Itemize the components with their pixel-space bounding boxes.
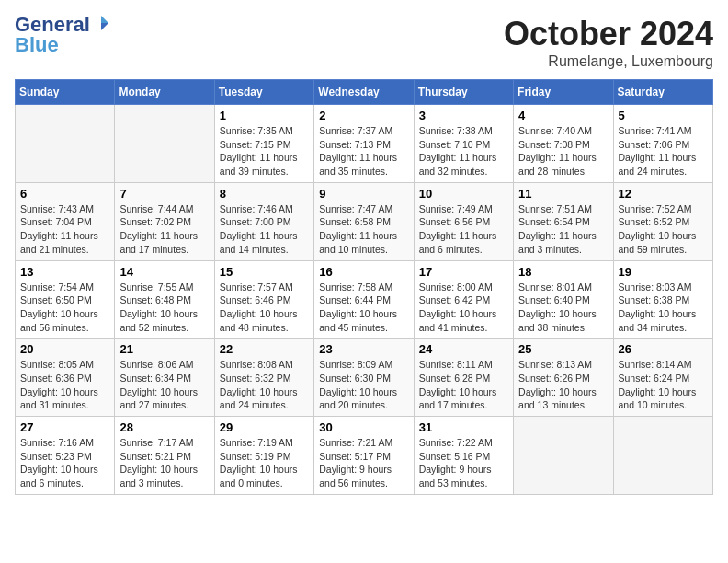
calendar-cell: 28Sunrise: 7:17 AMSunset: 5:21 PMDayligh… (115, 417, 214, 495)
day-info: Sunrise: 7:16 AMSunset: 5:23 PMDaylight:… (20, 436, 109, 490)
day-number: 7 (119, 187, 209, 201)
calendar-cell: 24Sunrise: 8:11 AMSunset: 6:28 PMDayligh… (414, 339, 513, 417)
week-row-2: 6Sunrise: 7:43 AMSunset: 7:04 PMDaylight… (16, 182, 713, 260)
column-header-wednesday: Wednesday (314, 80, 414, 105)
day-number: 20 (20, 342, 109, 356)
calendar-cell: 20Sunrise: 8:05 AMSunset: 6:36 PMDayligh… (16, 339, 115, 417)
calendar-cell (514, 417, 613, 495)
logo: General Blue (15, 15, 110, 55)
calendar-cell: 6Sunrise: 7:43 AMSunset: 7:04 PMDaylight… (16, 182, 115, 260)
day-number: 2 (319, 109, 408, 122)
day-info: Sunrise: 7:46 AMSunset: 7:00 PMDaylight:… (220, 202, 309, 257)
calendar-cell: 5Sunrise: 7:41 AMSunset: 7:06 PMDaylight… (613, 105, 712, 183)
day-number: 5 (619, 109, 708, 122)
day-info: Sunrise: 7:21 AMSunset: 5:17 PMDaylight:… (319, 436, 408, 490)
day-info: Sunrise: 8:14 AMSunset: 6:24 PMDaylight:… (619, 358, 708, 412)
day-number: 25 (518, 342, 608, 356)
day-number: 6 (20, 187, 109, 201)
day-info: Sunrise: 7:17 AMSunset: 5:21 PMDaylight:… (119, 436, 209, 490)
calendar-cell: 25Sunrise: 8:13 AMSunset: 6:26 PMDayligh… (514, 339, 613, 417)
day-number: 31 (419, 420, 508, 434)
day-info: Sunrise: 8:08 AMSunset: 6:32 PMDaylight:… (220, 358, 309, 412)
calendar-cell: 30Sunrise: 7:21 AMSunset: 5:17 PMDayligh… (314, 417, 414, 495)
logo-icon (92, 14, 110, 32)
calendar-table: SundayMondayTuesdayWednesdayThursdayFrid… (15, 79, 713, 495)
column-header-sunday: Sunday (16, 80, 115, 105)
week-row-4: 20Sunrise: 8:05 AMSunset: 6:36 PMDayligh… (16, 339, 713, 417)
svg-marker-0 (101, 16, 108, 23)
calendar-cell: 18Sunrise: 8:01 AMSunset: 6:40 PMDayligh… (514, 260, 613, 339)
day-info: Sunrise: 7:37 AMSunset: 7:13 PMDaylight:… (319, 124, 408, 178)
day-number: 18 (518, 265, 608, 279)
calendar-cell: 29Sunrise: 7:19 AMSunset: 5:19 PMDayligh… (214, 417, 313, 495)
day-info: Sunrise: 8:06 AMSunset: 6:34 PMDaylight:… (119, 358, 209, 412)
logo-general-text: General (15, 15, 90, 35)
calendar-cell: 31Sunrise: 7:22 AMSunset: 5:16 PMDayligh… (414, 417, 513, 495)
day-number: 10 (419, 187, 508, 201)
calendar-cell: 14Sunrise: 7:55 AMSunset: 6:48 PMDayligh… (115, 260, 214, 339)
day-number: 3 (419, 109, 508, 122)
day-info: Sunrise: 8:09 AMSunset: 6:30 PMDaylight:… (319, 358, 408, 412)
week-row-3: 13Sunrise: 7:54 AMSunset: 6:50 PMDayligh… (16, 260, 713, 339)
calendar-cell: 3Sunrise: 7:38 AMSunset: 7:10 PMDaylight… (414, 105, 513, 183)
day-number: 16 (319, 265, 408, 279)
title-area: October 2024 Rumelange, Luxembourg (504, 15, 713, 70)
day-info: Sunrise: 8:00 AMSunset: 6:42 PMDaylight:… (419, 281, 508, 335)
day-number: 12 (619, 187, 708, 201)
calendar-cell (16, 105, 115, 183)
day-info: Sunrise: 7:41 AMSunset: 7:06 PMDaylight:… (619, 124, 708, 178)
calendar-cell: 16Sunrise: 7:58 AMSunset: 6:44 PMDayligh… (314, 260, 414, 339)
calendar-cell: 23Sunrise: 8:09 AMSunset: 6:30 PMDayligh… (314, 339, 414, 417)
day-number: 4 (518, 109, 608, 122)
day-number: 21 (119, 342, 209, 356)
day-info: Sunrise: 7:55 AMSunset: 6:48 PMDaylight:… (119, 281, 209, 335)
day-info: Sunrise: 7:58 AMSunset: 6:44 PMDaylight:… (319, 281, 408, 335)
calendar-cell: 7Sunrise: 7:44 AMSunset: 7:02 PMDaylight… (115, 182, 214, 260)
calendar-cell: 13Sunrise: 7:54 AMSunset: 6:50 PMDayligh… (16, 260, 115, 339)
calendar-cell: 9Sunrise: 7:47 AMSunset: 6:58 PMDaylight… (314, 182, 414, 260)
day-info: Sunrise: 8:11 AMSunset: 6:28 PMDaylight:… (419, 358, 508, 412)
page-header: General Blue October 2024 Rumelange, Lux… (15, 15, 713, 70)
day-info: Sunrise: 8:03 AMSunset: 6:38 PMDaylight:… (619, 281, 708, 335)
calendar-cell: 2Sunrise: 7:37 AMSunset: 7:13 PMDaylight… (314, 105, 414, 183)
calendar-cell: 11Sunrise: 7:51 AMSunset: 6:54 PMDayligh… (514, 182, 613, 260)
column-header-monday: Monday (115, 80, 214, 105)
calendar-cell (613, 417, 712, 495)
svg-marker-1 (101, 23, 108, 30)
day-number: 1 (220, 109, 309, 122)
calendar-cell: 1Sunrise: 7:35 AMSunset: 7:15 PMDaylight… (214, 105, 313, 183)
column-header-friday: Friday (514, 80, 613, 105)
column-header-saturday: Saturday (613, 80, 712, 105)
day-number: 9 (319, 187, 408, 201)
column-header-tuesday: Tuesday (214, 80, 313, 105)
calendar-cell: 10Sunrise: 7:49 AMSunset: 6:56 PMDayligh… (414, 182, 513, 260)
day-number: 8 (220, 187, 309, 201)
calendar-cell: 17Sunrise: 8:00 AMSunset: 6:42 PMDayligh… (414, 260, 513, 339)
day-info: Sunrise: 7:35 AMSunset: 7:15 PMDaylight:… (220, 124, 309, 178)
day-number: 23 (319, 342, 408, 356)
calendar-cell: 15Sunrise: 7:57 AMSunset: 6:46 PMDayligh… (214, 260, 313, 339)
location-text: Rumelange, Luxembourg (504, 53, 713, 70)
day-info: Sunrise: 7:57 AMSunset: 6:46 PMDaylight:… (220, 281, 309, 335)
day-number: 17 (419, 265, 508, 279)
day-number: 22 (220, 342, 309, 356)
day-info: Sunrise: 7:40 AMSunset: 7:08 PMDaylight:… (518, 124, 608, 178)
column-header-thursday: Thursday (414, 80, 513, 105)
column-header-row: SundayMondayTuesdayWednesdayThursdayFrid… (16, 80, 713, 105)
day-info: Sunrise: 7:38 AMSunset: 7:10 PMDaylight:… (419, 124, 508, 178)
day-info: Sunrise: 7:22 AMSunset: 5:16 PMDaylight:… (419, 436, 508, 490)
day-info: Sunrise: 7:54 AMSunset: 6:50 PMDaylight:… (20, 281, 109, 335)
calendar-cell: 19Sunrise: 8:03 AMSunset: 6:38 PMDayligh… (613, 260, 712, 339)
day-info: Sunrise: 7:47 AMSunset: 6:58 PMDaylight:… (319, 202, 408, 257)
day-number: 13 (20, 265, 109, 279)
day-info: Sunrise: 7:51 AMSunset: 6:54 PMDaylight:… (518, 202, 608, 257)
day-number: 11 (518, 187, 608, 201)
day-info: Sunrise: 8:01 AMSunset: 6:40 PMDaylight:… (518, 281, 608, 335)
calendar-cell: 12Sunrise: 7:52 AMSunset: 6:52 PMDayligh… (613, 182, 712, 260)
day-info: Sunrise: 7:19 AMSunset: 5:19 PMDaylight:… (220, 436, 309, 490)
week-row-1: 1Sunrise: 7:35 AMSunset: 7:15 PMDaylight… (16, 105, 713, 183)
day-number: 30 (319, 420, 408, 434)
logo-blue-text: Blue (15, 35, 59, 55)
day-number: 28 (119, 420, 209, 434)
calendar-cell: 27Sunrise: 7:16 AMSunset: 5:23 PMDayligh… (16, 417, 115, 495)
